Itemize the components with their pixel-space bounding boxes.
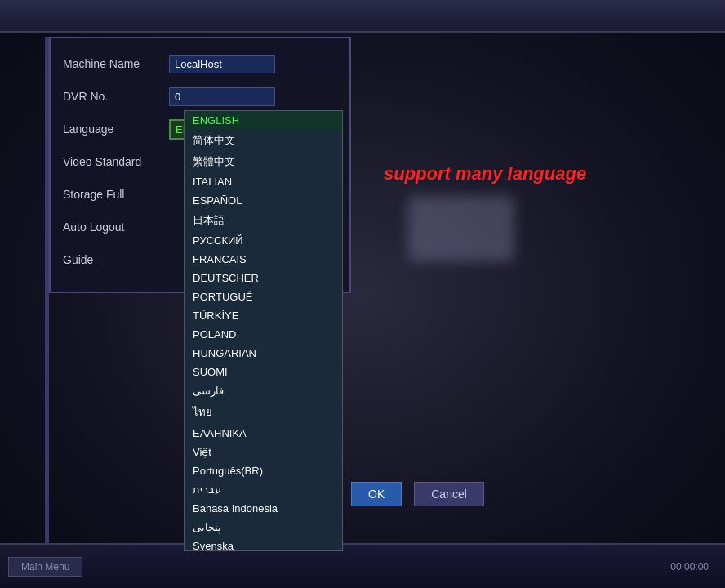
dropdown-item[interactable]: PORTUGUÉ xyxy=(185,287,342,306)
dropdown-item[interactable]: ΕΛΛΗΝΙΚΑ xyxy=(185,424,342,443)
dropdown-item[interactable]: 简体中文 xyxy=(185,130,342,151)
machine-name-input[interactable] xyxy=(169,55,275,74)
dropdown-item[interactable]: ESPAÑOL xyxy=(185,191,342,210)
machine-name-row: Machine Name xyxy=(51,51,349,77)
time-display: 00:00:00 xyxy=(670,561,709,572)
dropdown-item[interactable]: ITALIAN xyxy=(185,172,342,191)
language-label: Language xyxy=(63,122,169,136)
dropdown-item[interactable]: Svenska xyxy=(185,537,342,551)
dropdown-item[interactable]: ENGLISH xyxy=(185,111,342,130)
dvr-no-label: DVR No. xyxy=(63,90,169,103)
main-menu-taskbar-item[interactable]: Main Menu xyxy=(8,557,82,577)
dropdown-item[interactable]: ไทย xyxy=(185,400,342,424)
video-standard-label: Video Standard xyxy=(63,155,169,168)
blurry-card-image xyxy=(408,196,514,261)
support-text: support many language xyxy=(384,163,586,185)
dropdown-item[interactable]: POLAND xyxy=(185,325,342,344)
dropdown-item[interactable]: עברית xyxy=(185,480,342,499)
dropdown-item[interactable]: Việt xyxy=(185,443,342,461)
dropdown-item[interactable]: پنجابی xyxy=(185,518,342,537)
storage-full-label: Storage Full xyxy=(63,188,169,201)
dvr-no-input[interactable] xyxy=(169,87,275,106)
bottom-buttons: OK Cancel xyxy=(351,482,484,506)
bottom-bar: Main Menu 00:00:00 xyxy=(0,543,725,588)
dropdown-item[interactable]: فارسی xyxy=(185,381,342,400)
auto-logout-label: Auto Logout xyxy=(63,220,169,234)
dropdown-item[interactable]: Português(BR) xyxy=(185,461,342,480)
ok-button[interactable]: OK xyxy=(351,482,402,506)
language-dropdown-list: ENGLISH简体中文繁體中文ITALIANESPAÑOL日本語РУССКИЙF… xyxy=(184,110,343,551)
dropdown-item[interactable]: HUNGARIAN xyxy=(185,344,342,363)
dropdown-item[interactable]: 繁體中文 xyxy=(185,151,342,172)
dropdown-item[interactable]: 日本語 xyxy=(185,210,342,231)
dropdown-item[interactable]: DEUTSCHER xyxy=(185,269,342,287)
dropdown-item[interactable]: FRANCAIS xyxy=(185,250,342,269)
machine-name-label: Machine Name xyxy=(63,57,169,70)
cancel-button[interactable]: Cancel xyxy=(414,482,484,506)
guide-label: Guide xyxy=(63,253,169,266)
dropdown-item[interactable]: Bahasa Indonesia xyxy=(185,499,342,518)
top-bar xyxy=(0,0,725,33)
dvr-screen: Machine Name DVR No. Language ENGLISH ▼ … xyxy=(0,0,725,588)
dropdown-item[interactable]: SUOMI xyxy=(185,363,342,381)
dvr-no-row: DVR No. xyxy=(51,83,349,109)
dropdown-item[interactable]: РУССКИЙ xyxy=(185,231,342,250)
dropdown-item[interactable]: TÜRKİYE xyxy=(185,306,342,325)
